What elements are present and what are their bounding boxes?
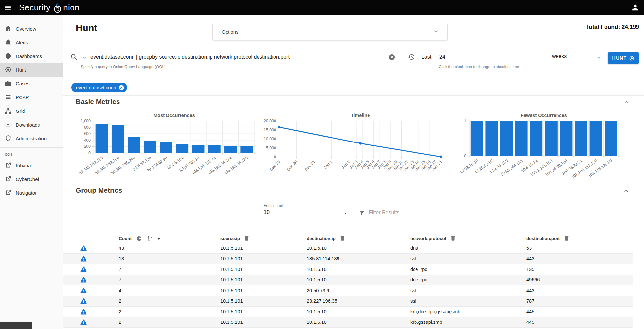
- sidebar-tool-kibana[interactable]: Kibana: [0, 158, 63, 172]
- history-clock-icon[interactable]: [408, 53, 415, 61]
- table-row[interactable]: 410.1.5.10120.50.73.9ssl443: [63, 285, 633, 296]
- column-destination-ip: destination.ip: [307, 236, 336, 241]
- table-row[interactable]: 1310.1.5.101185.81.114.189ssl443: [63, 254, 633, 264]
- sidebar-tool-label: Kibana: [16, 163, 31, 168]
- svg-text:Most Occurrences: Most Occurrences: [153, 113, 195, 118]
- caret-down-icon[interactable]: [343, 211, 348, 216]
- sidebar-item-label: Alerts: [16, 40, 28, 45]
- cell-destination-ip: 10.1.5.10: [307, 320, 410, 325]
- duration-input[interactable]: [439, 53, 549, 61]
- cell-network-protocol: krb,dce_rpc,gssapi,smb: [410, 309, 526, 314]
- top-bar: Security nion: [0, 0, 644, 15]
- sidebar-item-label: PCAP: [16, 95, 29, 100]
- chart-most-occurrences: 02004006008001,00089.248.163.15589.248.1…: [63, 111, 272, 189]
- duration-underline: [439, 62, 551, 62]
- svg-text:0: 0: [464, 154, 466, 158]
- svg-text:200: 200: [84, 144, 91, 149]
- table-row[interactable]: 210.1.5.10110.1.5.10krb,gssapi,smb445: [63, 317, 633, 328]
- svg-text:Dec 29: Dec 29: [269, 159, 281, 172]
- cell-count: 2: [117, 298, 220, 304]
- table-row[interactable]: 4310.1.5.10110.1.5.10dns53: [63, 243, 633, 254]
- cell-destination-port: 445: [526, 320, 633, 325]
- user-icon[interactable]: [628, 0, 643, 15]
- sidebar-item-pcap[interactable]: PCAP: [0, 90, 63, 104]
- query-history-chevron-icon[interactable]: [82, 55, 87, 60]
- sidebar-tool-label: CyberChef: [16, 176, 39, 182]
- query-input[interactable]: [90, 53, 384, 61]
- cell-source-ip: 10.1.5.101: [220, 277, 307, 282]
- cell-network-protocol: dce_rpc: [410, 277, 526, 282]
- column-network-protocol: network.protocol: [410, 236, 446, 241]
- warning-icon: [80, 297, 87, 305]
- svg-text:Dec 31: Dec 31: [304, 159, 316, 172]
- sidebar-item-overview[interactable]: Overview: [0, 22, 63, 36]
- home-icon: [5, 25, 12, 32]
- cell-destination-port: 443: [526, 256, 633, 261]
- external-link-icon: [5, 175, 12, 183]
- sidebar-tool-cyberchef[interactable]: CyberChef: [0, 172, 63, 186]
- sidebar-item-hunt[interactable]: Hunt: [0, 63, 63, 77]
- hunt-button[interactable]: HUNT: [608, 52, 639, 64]
- cell-network-protocol: krb,gssapi,smb: [410, 320, 526, 325]
- collapse-group-metrics-icon[interactable]: [623, 188, 629, 194]
- query-hint: Specify a query in Onion Query Language …: [81, 65, 165, 69]
- cell-count: 2: [117, 309, 220, 314]
- clear-query-icon[interactable]: [388, 54, 395, 61]
- table-row[interactable]: 710.1.5.10110.1.5.10dce_rpc49666: [63, 275, 633, 286]
- security-onion-logo: Security nion: [19, 3, 80, 13]
- warning-icon: [80, 245, 87, 252]
- graph-icon[interactable]: [147, 235, 153, 242]
- options-panel[interactable]: Options: [213, 23, 447, 40]
- collapse-basic-metrics-icon[interactable]: [623, 99, 629, 105]
- cell-source-ip: 10.1.5.101: [220, 256, 307, 261]
- table-row[interactable]: 710.1.5.10110.1.5.10dce_rpc135: [63, 264, 633, 275]
- cell-destination-ip: 10.1.5.10: [307, 309, 410, 314]
- svg-text:0: 0: [274, 155, 276, 159]
- trash-icon[interactable]: [564, 235, 570, 241]
- table-row[interactable]: 210.1.5.10123.227.196.35ssl787: [63, 296, 633, 307]
- pie-chart-icon[interactable]: [136, 235, 142, 242]
- sidebar-item-downloads[interactable]: Downloads: [0, 118, 63, 131]
- sidebar-item-label: Hunt: [16, 67, 26, 73]
- total-found: Total Found: 24,199: [586, 24, 639, 31]
- chip-close-icon[interactable]: [118, 85, 124, 91]
- fetch-limit-select[interactable]: 10: [264, 209, 270, 215]
- cell-count: 13: [117, 256, 220, 261]
- trash-icon[interactable]: [244, 235, 250, 241]
- warning-icon: [80, 266, 87, 273]
- sidebar-item-cases[interactable]: Cases: [0, 77, 63, 90]
- cell-count: 43: [117, 246, 220, 251]
- cell-network-protocol: dns: [410, 246, 526, 251]
- trash-icon[interactable]: [450, 235, 456, 241]
- table-header: Countsource.ipdestination.ipnetwork.prot…: [63, 234, 633, 243]
- sidebar-item-dashboards[interactable]: Dashboards: [0, 49, 63, 63]
- svg-text:1: 1: [464, 119, 466, 123]
- cell-network-protocol: ssl: [410, 298, 526, 304]
- main-content: Hunt Options Total Found: 24,199 Specify…: [63, 15, 644, 329]
- cell-destination-ip: 20.50.73.9: [307, 288, 410, 293]
- basic-metrics-title: Basic Metrics: [76, 98, 120, 106]
- caret-down-icon[interactable]: [596, 55, 602, 61]
- network-icon: [5, 107, 12, 114]
- caret-down-icon[interactable]: [156, 236, 161, 241]
- options-label: Options: [222, 29, 239, 35]
- pie-chart-icon: [5, 52, 12, 60]
- sidebar-item-alerts[interactable]: Alerts: [0, 36, 63, 49]
- trash-icon[interactable]: [339, 235, 345, 241]
- svg-text:20,000: 20,000: [264, 119, 276, 123]
- onion-icon: [53, 3, 63, 13]
- sidebar-item-grid[interactable]: Grid: [0, 104, 63, 118]
- sidebar-tool-navigator[interactable]: Navigator: [0, 186, 63, 200]
- filter-results-input[interactable]: [369, 208, 617, 217]
- shield-icon: [5, 135, 12, 142]
- search-icon: [70, 53, 78, 61]
- cell-source-ip: 10.1.5.101: [220, 246, 307, 251]
- warning-icon: [80, 255, 87, 262]
- filter-chip[interactable]: event.dataset:conn: [71, 83, 127, 92]
- sidebar-item-administration[interactable]: Administration: [0, 131, 63, 145]
- cell-source-ip: 10.1.5.101: [220, 298, 307, 304]
- table-row[interactable]: 210.1.5.10110.1.5.10krb,dce_rpc,gssapi,s…: [63, 307, 633, 317]
- warning-icon: [80, 276, 87, 283]
- query-underline: [81, 62, 396, 62]
- menu-icon[interactable]: [0, 0, 15, 15]
